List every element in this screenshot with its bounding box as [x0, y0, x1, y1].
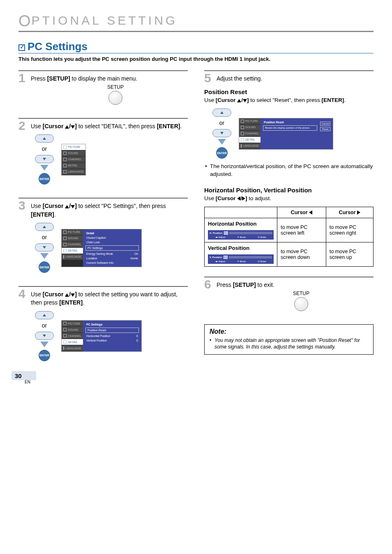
or-label: or — [42, 234, 47, 240]
step-text: Press [SETUP] to exit. — [217, 281, 374, 289]
cursor-up-button[interactable] — [212, 108, 231, 117]
osd-menu-picture[interactable]: PICTURE — [62, 321, 83, 327]
left-arrow-icon — [309, 210, 312, 215]
osd-reset-button[interactable]: Reset — [320, 127, 330, 131]
cursor-down-button[interactable] — [35, 332, 54, 340]
osd-menu-channel[interactable]: CHANNEL — [62, 333, 83, 339]
check-icon — [18, 44, 25, 51]
step-5: 5 Adjust the setting. — [204, 74, 374, 83]
enter-button[interactable]: ENTER — [39, 173, 50, 185]
enter-button[interactable]: ENTER — [39, 350, 50, 361]
osd-menu-sound[interactable]: SOUND — [62, 235, 83, 242]
step-text: Use [Cursor /] to select the setting you… — [31, 290, 188, 307]
step-number: 6 — [204, 277, 211, 291]
cursor-cluster: or ENTER — [35, 223, 54, 273]
right-arrow-icon — [242, 196, 245, 201]
osd-menu-sound[interactable]: SOUND — [239, 125, 261, 131]
osd-row-pcsettings[interactable]: PC Settings — [85, 245, 139, 251]
page-language: EN — [25, 380, 30, 384]
osd-menu-picture[interactable]: PICTURE — [62, 229, 83, 235]
osd-row-cc[interactable]: Closed Caption — [85, 235, 140, 240]
osd-menu-channel[interactable]: CHANNEL — [239, 131, 261, 137]
osd-row-cl[interactable]: Child Lock — [85, 240, 140, 245]
setup-button[interactable] — [108, 91, 122, 105]
left-arrow-icon — [237, 196, 240, 201]
left-column: 1 Press [SETUP] to display the main menu… — [18, 70, 188, 374]
hv-col-blank — [205, 207, 277, 218]
cursor-up-button[interactable] — [35, 134, 54, 143]
up-arrow-icon — [65, 205, 69, 208]
osd-menu-sound[interactable]: SOUND — [62, 150, 85, 157]
step-text: Press [SETUP] to display the main menu. — [31, 74, 188, 83]
hv-instruction: Use [Cursor /] to adjust. — [204, 195, 374, 203]
osd-row-position-reset[interactable]: Position Reset — [85, 328, 139, 333]
osd-menu-detail[interactable]: DETAIL — [62, 163, 85, 169]
hv-v-left: to move PC screen down — [277, 242, 326, 266]
hv-heading: Horizontal Position, Vertical Position — [204, 187, 374, 194]
cursor-cluster: or ENTER — [35, 134, 54, 185]
down-arrow-icon — [71, 125, 75, 129]
osd-menu-detail[interactable]: DETAIL — [62, 339, 83, 345]
step-6: 6 Press [SETUP] to exit. SETUP — [204, 281, 374, 311]
cursor-down-button[interactable] — [35, 243, 54, 252]
osd-row-csi[interactable]: Current Software Info — [85, 261, 140, 265]
right-column: 5 Adjust the setting. Position Reset Use… — [204, 70, 374, 374]
osd-row-vposition[interactable]: Vertical Position0 — [85, 338, 140, 343]
osd-panel-position-reset: PICTURE SOUND CHANNEL DETAIL LANGUAGE Po… — [239, 118, 333, 150]
hv-v-right: to move PC screen up — [326, 242, 373, 266]
step-text: Use [Cursor /] to select "DETAIL", then … — [31, 122, 188, 130]
note-title: Note: — [210, 328, 368, 335]
setup-button[interactable] — [294, 297, 308, 311]
position-reset-instruction: Use [Cursor /] to select "Reset", then p… — [204, 97, 374, 104]
step-text: Adjust the setting. — [217, 74, 374, 83]
up-arrow-icon — [237, 99, 241, 102]
osd-cancel-button[interactable]: Cancel — [320, 122, 330, 126]
enter-button[interactable]: ENTER — [39, 261, 50, 273]
hv-col-right: Cursor — [326, 207, 373, 218]
setup-button-label: SETUP — [229, 291, 374, 296]
up-arrow-icon — [65, 125, 69, 129]
step-number: 1 — [18, 71, 25, 85]
osd-menu-language[interactable]: LANGUAGE — [62, 254, 83, 260]
osd-menu-language[interactable]: LANGUAGE — [239, 143, 261, 149]
step-4: 4 Use [Cursor /] to select the setting y… — [18, 290, 188, 361]
hv-h-right: to move PC screen right — [326, 218, 373, 242]
osd-menu-channel[interactable]: CHANNEL — [62, 157, 85, 163]
step-number: 3 — [18, 199, 25, 212]
osd-menu-detail[interactable]: DETAIL — [62, 248, 83, 254]
right-arrow-icon — [357, 210, 360, 215]
osd-row-desc: Resets the display position of the pictu… — [263, 125, 317, 131]
osd-panel-detail: PICTURE SOUND CHANNEL DETAIL LANGUAGE De… — [61, 229, 142, 267]
osd-menu-picture[interactable]: PICTURE — [62, 144, 85, 150]
osd-menu-channel[interactable]: CHANNEL — [62, 242, 83, 248]
osd-menu-picture[interactable]: PICTURE — [239, 118, 261, 125]
step-text: Use [Cursor /] to select "PC Settings", … — [31, 202, 188, 219]
setup-button-label: SETUP — [43, 84, 188, 90]
or-label: or — [42, 145, 47, 152]
hposition-slider-osd: H. Position0 ◂▸ Adjust✦ Move⊙ Enter — [208, 230, 274, 240]
osd-menu-language[interactable]: LANGUAGE — [62, 345, 83, 351]
flow-arrow-icon — [40, 253, 48, 259]
page-number: 30 — [15, 372, 22, 379]
up-arrow-icon — [65, 293, 69, 297]
osd-row-esm[interactable]: Energy Saving ModeOn — [85, 252, 140, 256]
osd-menu-sound[interactable]: SOUND — [62, 327, 83, 333]
step-number: 2 — [18, 119, 25, 133]
osd-title: Detail — [85, 231, 140, 235]
note-text: You may not obtain an appropriate screen… — [210, 337, 368, 350]
down-arrow-icon — [71, 205, 75, 208]
osd-menu-language[interactable]: LANGUAGE — [62, 169, 85, 175]
cursor-down-button[interactable] — [35, 155, 54, 163]
enter-button[interactable]: ENTER — [216, 147, 228, 159]
cursor-up-button[interactable] — [35, 311, 54, 319]
note-box: Note: You may not obtain an appropriate … — [204, 324, 374, 355]
section-title-row: PC Settings — [18, 40, 374, 53]
cursor-down-button[interactable] — [212, 129, 231, 137]
osd-row-loc[interactable]: LocationHome — [85, 256, 140, 261]
osd-row-hposition[interactable]: Horizontal Position0 — [85, 334, 140, 338]
osd-menu-detail[interactable]: DETAIL — [239, 137, 261, 143]
step-2: 2 Use [Cursor /] to select "DETAIL", the… — [18, 122, 188, 185]
cursor-up-button[interactable] — [35, 223, 54, 231]
vposition-slider-osd: V. Position0 ◂▸ Adjust✦ Move⊙ Enter — [208, 254, 274, 264]
cursor-cluster: or ENTER — [35, 311, 54, 361]
